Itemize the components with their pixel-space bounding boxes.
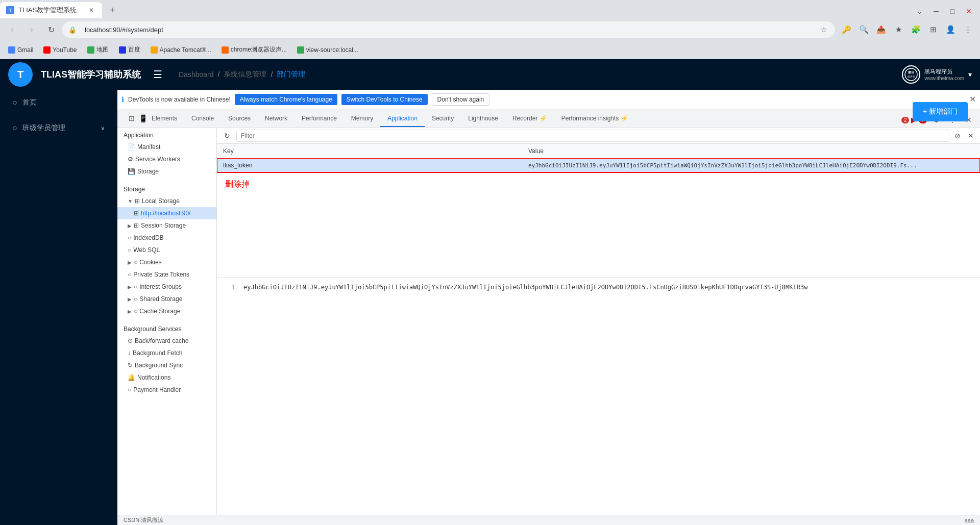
table-row[interactable]: tlias_token eyJhbGciOiJIUzI1NiJ9.eyJuYW1… (217, 158, 980, 172)
bookmark-tomcat[interactable]: Apache Tomcat®... (146, 43, 215, 57)
dt-interest-groups[interactable]: ▶ ○ Interest Groups (117, 281, 216, 293)
dt-interest-groups-label: Interest Groups (139, 283, 182, 290)
dt-service-workers-label: Service Workers (135, 156, 180, 163)
error-badge: 2 (901, 117, 910, 123)
dt-payment-handler-label: Payment Handler (133, 386, 181, 393)
dt-cache-storage-label: Cache Storage (139, 308, 180, 315)
sidebar-toggle-button[interactable]: ☰ (153, 68, 162, 81)
filter-input[interactable] (236, 130, 949, 142)
dt-storage-label: Storage (137, 168, 159, 175)
brand-dropdown-icon[interactable]: ▾ (968, 70, 972, 79)
tab-elements[interactable]: ⊡ 📱 Elements (121, 111, 184, 127)
notification-close-button[interactable]: ✕ (969, 94, 976, 104)
minimize-button[interactable]: ─ (929, 4, 943, 18)
tab-close-button[interactable]: ✕ (87, 6, 96, 15)
payment-handler-icon: ○ (128, 386, 131, 393)
tab-memory[interactable]: Memory (344, 111, 380, 127)
cache-storage-icon: ○ (134, 308, 137, 315)
dt-payment-handler[interactable]: ○ Payment Handler (117, 384, 216, 396)
tab-application[interactable]: Application (380, 111, 425, 127)
bookmark-icon[interactable]: ☆ (819, 24, 829, 35)
dt-cookies[interactable]: ▶ ○ Cookies (117, 256, 216, 268)
dt-notifications[interactable]: 🔔 Notifications (117, 371, 216, 384)
active-tab[interactable]: T TLIAS教学管理系统 ✕ (0, 2, 102, 18)
bookmark-gmail[interactable]: Gmail (4, 43, 37, 57)
delete-all-button[interactable]: ✕ (966, 131, 976, 141)
app-title: TLIAS智能学习辅助系统 (41, 68, 141, 81)
bookmark-view-source[interactable]: view-source:local... (293, 43, 362, 57)
dt-background-sync[interactable]: ↻ Background Sync (117, 359, 216, 371)
dock-icon[interactable]: ⊡ (129, 114, 135, 122)
dt-indexeddb[interactable]: ○ IndexedDB (117, 232, 216, 244)
brand-logo: 黑马 程序员 黑马程序员 www.itheima.com ▾ (902, 65, 972, 84)
bookmark-maps[interactable]: 地图 (83, 43, 113, 57)
tab-bar: T TLIAS教学管理系统 ✕ + ⌄ ─ □ ✕ (0, 0, 980, 18)
tab-performance[interactable]: Performance (295, 111, 344, 127)
session-expand: ▶ (128, 223, 132, 229)
address-input-container[interactable]: 🔒 localhost:90/#/system/dept ☆ (62, 21, 835, 38)
bookmark-baidu[interactable]: 百度 (115, 43, 144, 57)
tab-recorder[interactable]: Recorder ⚡ (505, 111, 554, 127)
tab-security[interactable]: Security (425, 111, 461, 127)
switch-to-chinese-button[interactable]: Switch DevTools to Chinese (341, 94, 428, 105)
main-area: ○ 首页 ○ 班级学员管理 ∨ + 新增部门 ℹ De (0, 90, 980, 525)
cast-icon[interactable]: 📤 (873, 21, 889, 38)
dt-background-fetch[interactable]: ↓ Background Fetch (117, 347, 216, 359)
maximize-button[interactable]: □ (945, 4, 960, 18)
application-section-title: Application (117, 128, 216, 141)
sidebar-item-class-management[interactable]: ○ 班级学员管理 ∨ (0, 115, 117, 141)
mobile-icon[interactable]: 📱 (139, 114, 148, 122)
local-storage-icon: ⊞ (135, 197, 140, 205)
back-button[interactable]: ‹ (4, 21, 20, 38)
bookmark-chrome-settings[interactable]: chrome浏览器设声... (217, 43, 291, 57)
tab-console[interactable]: Console (184, 111, 221, 127)
dt-manifest[interactable]: 📄 Manifest (117, 141, 216, 153)
tab-search-button[interactable]: ⌄ (913, 4, 927, 18)
dt-storage-item[interactable]: 💾 Storage (117, 165, 216, 178)
devtools-notification-bar: ℹ DevTools is now available in Chinese! … (117, 90, 980, 109)
dt-local-storage-expand[interactable]: ▼ ⊞ Local Storage (117, 195, 216, 207)
bookmark-youtube[interactable]: YouTube (39, 43, 81, 57)
status-right: aaa (965, 517, 974, 523)
tab-network[interactable]: Network (258, 111, 295, 127)
sidebar-icon[interactable]: ⊞ (925, 21, 941, 38)
dt-localhost-90[interactable]: ⊞ http://localhost:90/ (117, 207, 216, 219)
sidebar-item-home[interactable]: ○ 首页 (0, 90, 117, 115)
add-dept-button[interactable]: + 新增部门 (913, 102, 968, 121)
dt-shared-storage[interactable]: ▶ ○ Shared Storage (117, 293, 216, 305)
value-line-1: 1 eyJhbGciOiJIUzI1NiJ9.eyJuYW1lIjoi5bCP5… (225, 282, 972, 293)
tab-performance-insights[interactable]: Performance insights ⚡ (554, 111, 635, 127)
dt-back-forward-cache[interactable]: ⊙ Back/forward cache (117, 335, 216, 347)
new-tab-button[interactable]: + (104, 2, 120, 18)
dont-show-again-button[interactable]: Don't show again (432, 93, 490, 106)
tab-lighthouse[interactable]: Lighthouse (461, 111, 505, 127)
svg-point-0 (905, 68, 917, 81)
reload-button[interactable]: ↻ (43, 21, 59, 38)
dt-web-sql-label: Web SQL (133, 246, 160, 254)
dt-web-sql[interactable]: ○ Web SQL (117, 244, 216, 256)
devtools-panel: ℹ DevTools is now available in Chinese! … (117, 90, 980, 525)
clear-filter-button[interactable]: ⊘ (952, 131, 963, 141)
refresh-button[interactable]: ↻ (221, 130, 233, 142)
forward-button[interactable]: › (23, 21, 40, 38)
profile-icon[interactable]: 👤 (942, 21, 959, 38)
dt-cache-storage[interactable]: ▶ ○ Cache Storage (117, 305, 216, 317)
always-match-button[interactable]: Always match Chrome's language (235, 94, 337, 105)
dt-session-storage[interactable]: ▶ ⊞ Session Storage (117, 219, 216, 232)
dt-service-workers[interactable]: ⚙ Service Workers (117, 153, 216, 165)
search-icon[interactable]: 🔍 (855, 21, 872, 38)
breadcrumb-system[interactable]: 系统信息管理 (224, 70, 266, 79)
shared-expand: ▶ (128, 296, 132, 302)
devtools-tabs: ⊡ 📱 Elements Console Sources Network Per… (117, 109, 980, 128)
close-button[interactable]: ✕ (962, 4, 976, 18)
favorites-icon[interactable]: ★ (890, 21, 906, 38)
dt-private-state-tokens[interactable]: ○ Private State Tokens (117, 268, 216, 281)
sidebar-item-class-label: 班级学员管理 (22, 123, 65, 133)
key-icon[interactable]: 🔑 (838, 21, 854, 38)
dt-session-storage-label: Session Storage (141, 222, 186, 229)
menu-icon[interactable]: ⋮ (960, 21, 976, 38)
breadcrumb-dashboard[interactable]: Dashboard (179, 70, 214, 79)
tab-sources[interactable]: Sources (221, 111, 258, 127)
extensions-icon[interactable]: 🧩 (908, 21, 924, 38)
background-sync-icon: ↻ (128, 362, 133, 369)
